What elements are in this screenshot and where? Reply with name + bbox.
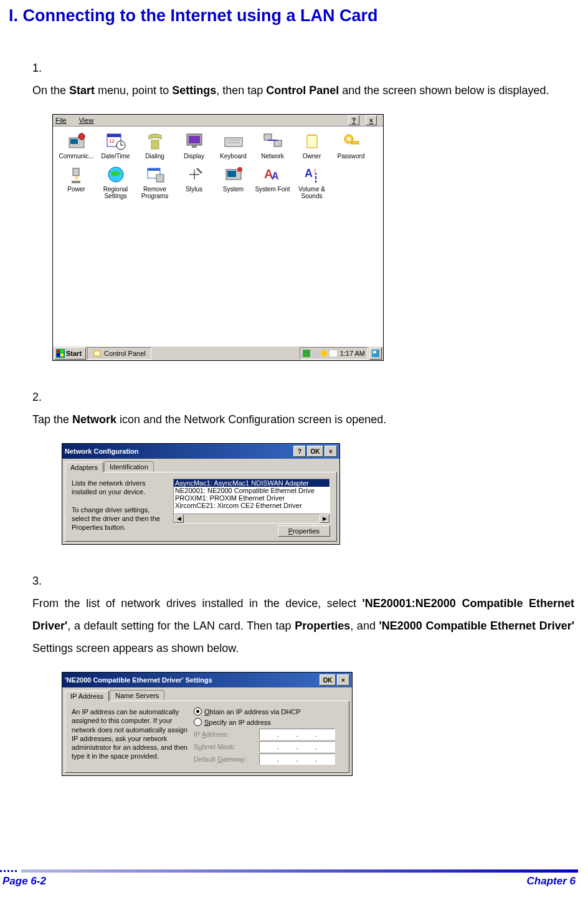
icon-datetime[interactable]: 12Date/Time bbox=[96, 130, 135, 160]
close-button[interactable]: × bbox=[337, 674, 349, 686]
svg-rect-27 bbox=[156, 175, 164, 182]
driver-settings-dialog: 'NE2000 Compatible Ethernet Driver' Sett… bbox=[62, 672, 353, 776]
clock: 1:17 AM bbox=[340, 350, 365, 357]
svg-rect-17 bbox=[274, 140, 282, 146]
svg-rect-26 bbox=[148, 168, 160, 171]
step-3: 3.From the list of network drives instal… bbox=[32, 570, 588, 659]
tab-ip-address[interactable]: IP Address bbox=[65, 691, 109, 701]
radio-icon bbox=[194, 707, 202, 716]
icon-system-font[interactable]: AASystem Font bbox=[253, 163, 292, 199]
show-desktop-button[interactable] bbox=[369, 347, 382, 360]
taskbar-item[interactable]: Control Panel bbox=[87, 347, 151, 360]
subnet-field[interactable]: ... bbox=[259, 741, 335, 752]
chapter-number: Chapter 6 bbox=[527, 875, 576, 888]
icon-display[interactable]: Display bbox=[174, 130, 214, 160]
svg-rect-21 bbox=[351, 141, 359, 144]
svg-rect-13 bbox=[225, 138, 242, 146]
list-item[interactable]: AsyncMac1: AsyncMac1 NDISWAN Adapter bbox=[174, 479, 330, 487]
menu-view[interactable]: View bbox=[79, 117, 100, 124]
icon-area: Communic... 12Date/Time Dialing Display … bbox=[53, 127, 383, 346]
step-1-num: 1. bbox=[32, 57, 51, 79]
svg-point-48 bbox=[321, 350, 327, 357]
svg-rect-1 bbox=[70, 139, 78, 144]
list-item[interactable]: XircomCE21: Xircom CE2 Ethernet Driver bbox=[174, 502, 330, 509]
radio-dhcp[interactable]: Obtain an IP address via DHCP bbox=[194, 707, 343, 716]
svg-text:A: A bbox=[305, 167, 313, 180]
gateway-field[interactable]: ... bbox=[259, 754, 335, 765]
svg-rect-4 bbox=[107, 134, 121, 137]
scroll-right-icon[interactable]: ▶ bbox=[320, 514, 330, 523]
svg-rect-46 bbox=[303, 350, 310, 357]
tab-name-servers[interactable]: Name Servers bbox=[110, 690, 164, 701]
dialog-titlebar: Network Configuration ? OK × bbox=[62, 444, 339, 459]
control-panel-window: File View ? × Communic... 12Date/Time Di… bbox=[52, 114, 384, 361]
horizontal-scrollbar[interactable]: ◀ ▶ bbox=[174, 514, 330, 523]
radio-specify[interactable]: Specify an IP address bbox=[194, 718, 343, 726]
step-3-num: 3. bbox=[32, 570, 51, 592]
svg-rect-22 bbox=[73, 168, 79, 176]
step-2-num: 2. bbox=[32, 386, 51, 408]
icon-dialing[interactable]: Dialing bbox=[135, 130, 174, 160]
close-button[interactable]: × bbox=[366, 115, 377, 125]
dialog-title: 'NE2000 Compatible Ethernet Driver' Sett… bbox=[65, 676, 212, 684]
step-1: 1.On the Start menu, point to Settings, … bbox=[32, 57, 588, 102]
step-1-text: On the Start menu, point to Settings, th… bbox=[32, 79, 574, 102]
list-item[interactable]: NE20001: NE2000 Compatible Ethernet Driv… bbox=[174, 487, 330, 494]
svg-rect-47 bbox=[311, 350, 319, 357]
svg-rect-16 bbox=[264, 134, 272, 140]
menu-file[interactable]: File bbox=[55, 117, 73, 124]
svg-text:12: 12 bbox=[109, 138, 115, 144]
tab-identification[interactable]: Identification bbox=[104, 461, 154, 472]
svg-text:♪: ♪ bbox=[313, 166, 316, 173]
icon-network[interactable]: Network bbox=[253, 130, 292, 160]
radio-icon bbox=[194, 718, 202, 726]
page-number: Page 6-2 bbox=[2, 875, 46, 888]
adapters-description: Lists the network drivers installed on y… bbox=[72, 479, 173, 535]
svg-rect-11 bbox=[189, 136, 200, 143]
dialog-titlebar: 'NE2000 Compatible Ethernet Driver' Sett… bbox=[62, 673, 352, 687]
gateway-label: Default Gateway: bbox=[194, 755, 259, 763]
svg-line-30 bbox=[197, 168, 202, 173]
icon-owner[interactable]: Owner bbox=[292, 130, 331, 160]
svg-point-2 bbox=[78, 133, 85, 140]
step-2: 2.Tap the Network icon and the Network C… bbox=[32, 386, 588, 431]
icon-remove-programs[interactable]: Remove Programs bbox=[135, 163, 174, 199]
icon-stylus[interactable]: Stylus bbox=[174, 163, 214, 199]
svg-point-20 bbox=[347, 137, 351, 141]
svg-rect-44 bbox=[60, 353, 64, 357]
properties-button[interactable]: Properties bbox=[278, 525, 330, 537]
icon-password[interactable]: Password bbox=[331, 130, 371, 160]
ok-button[interactable]: OK bbox=[320, 674, 336, 686]
start-button[interactable]: Start bbox=[54, 347, 86, 360]
icon-keyboard[interactable]: Keyboard bbox=[214, 130, 253, 160]
menubar: File View ? × bbox=[53, 115, 383, 127]
svg-rect-9 bbox=[151, 140, 159, 149]
help-button[interactable]: ? bbox=[348, 115, 359, 125]
dialog-title: Network Configuration bbox=[65, 448, 139, 455]
icon-regional[interactable]: Regional Settings bbox=[96, 163, 135, 199]
ip-address-label: IP Address: bbox=[194, 730, 259, 738]
svg-marker-39 bbox=[315, 181, 317, 183]
page-footer: Page 6-2 Chapter 6 bbox=[0, 869, 578, 891]
icon-system[interactable]: System bbox=[214, 163, 253, 199]
help-button[interactable]: ? bbox=[293, 446, 306, 457]
close-button[interactable]: × bbox=[325, 446, 337, 457]
svg-rect-42 bbox=[60, 350, 64, 353]
ok-button[interactable]: OK bbox=[307, 446, 323, 457]
driver-listbox[interactable]: AsyncMac1: AsyncMac1 NDISWAN Adapter NE2… bbox=[173, 479, 330, 524]
taskbar: Start Control Panel 1:17 AM bbox=[53, 346, 383, 360]
tab-adapters[interactable]: Adapters bbox=[65, 462, 103, 472]
ip-address-field[interactable]: ... bbox=[259, 729, 335, 740]
svg-rect-49 bbox=[329, 350, 338, 357]
scroll-left-icon[interactable]: ◀ bbox=[174, 514, 184, 523]
subnet-label: Subnet Mask: bbox=[194, 743, 259, 750]
step-3-text: From the list of network drives installe… bbox=[32, 592, 574, 659]
svg-rect-45 bbox=[94, 351, 100, 356]
system-tray[interactable]: 1:17 AM bbox=[300, 347, 368, 360]
svg-text:A: A bbox=[272, 171, 279, 181]
icon-communications[interactable]: Communic... bbox=[57, 130, 96, 160]
network-config-dialog: Network Configuration ? OK × Adapters Id… bbox=[62, 443, 340, 545]
icon-power[interactable]: Power bbox=[57, 163, 96, 199]
list-item[interactable]: PROXIM1: PROXIM Ethernet Driver bbox=[174, 494, 330, 502]
icon-volume[interactable]: A♪Volume & Sounds bbox=[292, 163, 331, 199]
